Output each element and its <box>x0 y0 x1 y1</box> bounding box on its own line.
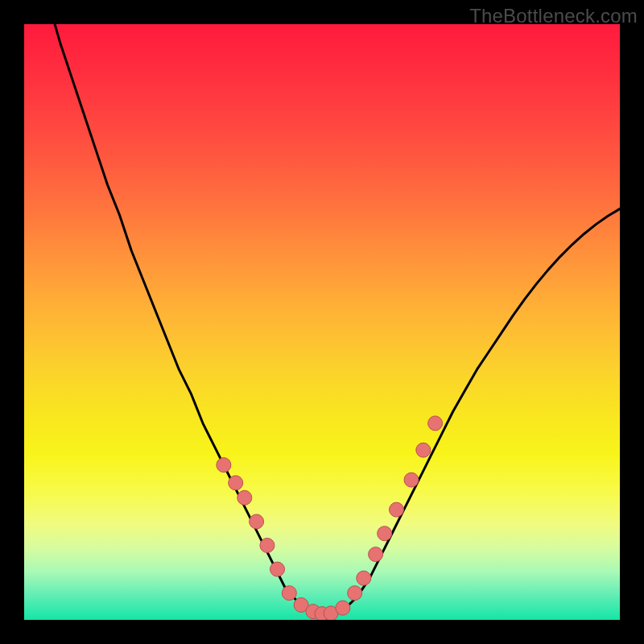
highlight-dot <box>428 416 443 431</box>
highlight-dot <box>217 458 231 473</box>
highlight-dot <box>229 476 243 490</box>
highlight-dot <box>270 562 285 576</box>
highlight-dot <box>357 571 371 585</box>
highlight-dot <box>250 514 264 529</box>
highlight-dot <box>237 490 252 505</box>
highlight-dot <box>282 586 296 601</box>
bottleneck-curve <box>24 24 620 614</box>
highlight-dot <box>369 547 383 562</box>
plot-area <box>24 24 620 620</box>
curve-layer <box>24 24 620 620</box>
highlight-dot <box>348 586 362 601</box>
watermark-text: TheBottleneck.com <box>469 5 638 27</box>
highlight-dot <box>416 443 431 457</box>
highlight-dot <box>260 539 275 553</box>
highlight-dot <box>404 473 419 487</box>
highlight-dot <box>378 526 392 541</box>
highlight-dot <box>336 601 350 615</box>
chart-stage: TheBottleneck.com <box>0 0 644 644</box>
highlight-dot <box>390 502 404 517</box>
